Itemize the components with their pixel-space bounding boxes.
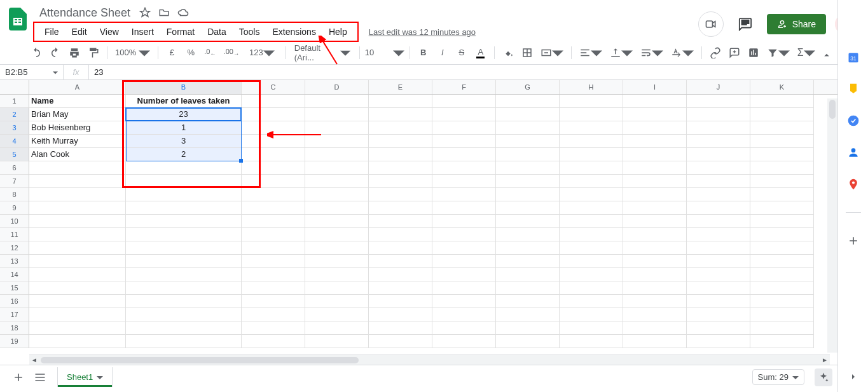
cell[interactable] (623, 308, 687, 321)
cell[interactable] (687, 321, 750, 335)
cell[interactable] (560, 281, 623, 295)
star-icon[interactable] (139, 7, 151, 18)
cell[interactable] (623, 175, 687, 188)
cell[interactable] (623, 321, 687, 335)
cell[interactable] (687, 148, 750, 161)
cell[interactable] (242, 308, 305, 321)
comment-history-icon[interactable] (733, 11, 758, 37)
cell[interactable] (750, 295, 814, 308)
cell[interactable] (242, 241, 305, 255)
cell[interactable] (496, 175, 560, 188)
cell[interactable] (29, 215, 126, 228)
cell[interactable] (305, 228, 369, 241)
cell[interactable] (242, 135, 305, 148)
cell[interactable] (750, 268, 814, 281)
cell[interactable] (432, 95, 496, 108)
cell[interactable] (687, 108, 750, 121)
row-header[interactable]: 14 (0, 268, 29, 281)
text-rotation-button[interactable] (668, 44, 696, 61)
cell[interactable] (750, 175, 814, 188)
sheet-tab-sheet1[interactable]: Sheet1 (57, 367, 113, 387)
cell[interactable] (126, 175, 242, 188)
row-header[interactable]: 15 (0, 281, 29, 295)
cell[interactable] (623, 95, 687, 108)
cell[interactable] (242, 255, 305, 268)
cell[interactable] (29, 335, 126, 348)
cell[interactable] (369, 135, 432, 148)
cell[interactable] (242, 121, 305, 135)
cell[interactable] (496, 241, 560, 255)
cell[interactable] (369, 228, 432, 241)
menu-format[interactable]: Format (160, 24, 201, 39)
cell[interactable] (432, 188, 496, 201)
keep-icon[interactable] (847, 83, 860, 95)
cell[interactable] (305, 121, 369, 135)
cell[interactable] (126, 241, 242, 255)
cell[interactable] (369, 295, 432, 308)
cell[interactable] (687, 201, 750, 215)
font-size-input[interactable]: 10 (365, 48, 390, 57)
cell[interactable] (432, 201, 496, 215)
cell[interactable] (750, 108, 814, 121)
cell[interactable] (242, 161, 305, 175)
cell[interactable] (750, 135, 814, 148)
maps-icon[interactable] (847, 178, 860, 191)
zoom-select[interactable]: 100% (113, 47, 153, 58)
cell[interactable] (623, 335, 687, 348)
horizontal-scrollbar[interactable]: ◄ ► (29, 355, 830, 365)
cell[interactable] (305, 281, 369, 295)
cell[interactable] (369, 161, 432, 175)
row-header[interactable]: 11 (0, 228, 29, 241)
insert-link-button[interactable] (707, 44, 724, 61)
cell[interactable] (560, 175, 623, 188)
fill-color-button[interactable] (500, 44, 516, 61)
collapse-toolbar-button[interactable] (821, 50, 832, 63)
cell[interactable] (305, 148, 369, 161)
cell[interactable] (560, 215, 623, 228)
insert-chart-button[interactable] (745, 44, 762, 61)
menu-data[interactable]: Data (201, 24, 233, 39)
undo-button[interactable] (28, 44, 45, 61)
cell[interactable] (432, 215, 496, 228)
cell[interactable] (305, 241, 369, 255)
cell[interactable] (29, 268, 126, 281)
cell[interactable]: Bob Heisenberg (29, 121, 126, 135)
cell[interactable] (305, 308, 369, 321)
cell[interactable] (369, 268, 432, 281)
cell[interactable] (623, 241, 687, 255)
row-header[interactable]: 18 (0, 321, 29, 335)
more-formats-button[interactable]: 123 (244, 44, 280, 61)
cell[interactable] (496, 228, 560, 241)
cell[interactable] (369, 121, 432, 135)
cell[interactable] (369, 188, 432, 201)
cell[interactable] (242, 281, 305, 295)
cell[interactable] (29, 281, 126, 295)
cell[interactable] (369, 175, 432, 188)
cell[interactable] (623, 161, 687, 175)
cell[interactable]: 2 (126, 148, 242, 161)
cell[interactable] (242, 188, 305, 201)
cell[interactable] (560, 188, 623, 201)
menu-help[interactable]: Help (322, 24, 354, 39)
cell[interactable] (687, 161, 750, 175)
col-header-C[interactable]: C (242, 80, 305, 94)
cell[interactable] (623, 148, 687, 161)
cell[interactable] (432, 108, 496, 121)
row-header[interactable]: 10 (0, 215, 29, 228)
hide-side-panel-button[interactable] (847, 370, 860, 383)
row-header[interactable]: 9 (0, 201, 29, 215)
cell[interactable] (560, 108, 623, 121)
cell[interactable] (29, 188, 126, 201)
cell[interactable]: 3 (126, 135, 242, 148)
cell[interactable] (687, 121, 750, 135)
cell[interactable] (305, 255, 369, 268)
cell[interactable] (496, 135, 560, 148)
row-header[interactable]: 12 (0, 241, 29, 255)
cell[interactable] (432, 321, 496, 335)
cell[interactable] (242, 201, 305, 215)
cell[interactable] (496, 148, 560, 161)
cell[interactable]: Brian May (29, 108, 126, 121)
cell[interactable] (687, 308, 750, 321)
last-edit-link[interactable]: Last edit was 12 minutes ago (369, 27, 476, 37)
get-addons-icon[interactable] (847, 234, 860, 247)
